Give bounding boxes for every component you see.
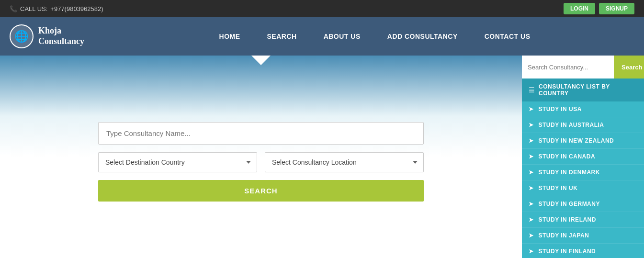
nav-arrow-icon: ➤	[529, 122, 534, 128]
nav-arrow-icon: ➤	[529, 185, 534, 191]
sidebar-item-label: STUDY IN DENMARK	[539, 169, 600, 176]
consultancy-name-input[interactable]	[98, 122, 424, 145]
sidebar: Search ☰ CONSULTANCY LIST BY COUNTRY ➤ST…	[522, 56, 644, 258]
sidebar-item-label: STUDY IN IRELAND	[539, 216, 596, 223]
call-label: CALL US:	[20, 5, 47, 12]
content-area: Select Destination Country Select Consul…	[0, 56, 522, 258]
sidebar-item-label: STUDY IN AUSTRALIA	[539, 122, 604, 128]
sidebar-item[interactable]: ➤STUDY IN CANADA	[522, 149, 644, 165]
sidebar-list: ➤STUDY IN USA➤STUDY IN AUSTRALIA➤STUDY I…	[522, 101, 644, 258]
nav-arrow-icon: ➤	[529, 106, 534, 112]
nav-arrow-icon: ➤	[529, 201, 534, 207]
sidebar-search-button[interactable]: Search	[614, 56, 644, 79]
consultancy-location-select[interactable]: Select Consultancy Location	[265, 152, 424, 172]
sidebar-item[interactable]: ➤STUDY IN USA	[522, 101, 644, 117]
sidebar-item[interactable]: ➤STUDY IN FINLAND	[522, 244, 644, 258]
nav-arrow-icon: ➤	[529, 153, 534, 160]
search-button[interactable]: SEARCH	[98, 180, 424, 202]
sidebar-item-label: STUDY IN CANADA	[539, 153, 596, 160]
sidebar-search-bar: Search	[522, 56, 644, 79]
search-section: Select Destination Country Select Consul…	[98, 122, 424, 202]
menu-icon: ☰	[529, 86, 535, 94]
sidebar-item[interactable]: ➤STUDY IN DENMARK	[522, 165, 644, 180]
nav-arrow-icon: ➤	[529, 232, 534, 239]
nav-contact[interactable]: CONTACT US	[471, 17, 544, 56]
nav-search[interactable]: SEARCH	[254, 17, 310, 56]
sidebar-search-input[interactable]	[522, 56, 614, 79]
sidebar-item-label: STUDY IN GERMANY	[539, 201, 600, 207]
sidebar-item[interactable]: ➤STUDY IN UK	[522, 180, 644, 196]
auth-buttons: LOGIN SIGNUP	[564, 3, 634, 14]
sidebar-item-label: STUDY IN UK	[539, 185, 578, 191]
sidebar-item-label: STUDY IN USA	[539, 106, 582, 112]
login-button[interactable]: LOGIN	[564, 3, 595, 14]
nav-arrow-icon: ➤	[529, 216, 534, 223]
sidebar-item-label: STUDY IN JAPAN	[539, 232, 589, 239]
destination-country-select[interactable]: Select Destination Country	[98, 152, 257, 172]
logo-text: Khoja Consultancy	[38, 26, 84, 46]
nav-arrow-icon: ➤	[529, 248, 534, 255]
nav-arrow-icon: ➤	[529, 169, 534, 176]
sidebar-item[interactable]: ➤STUDY IN NEW ZEALAND	[522, 133, 644, 149]
phone-icon: 📞	[10, 5, 17, 12]
phone-info: 📞 CALL US: +977(9803962582)	[10, 5, 103, 12]
sidebar-header-text: CONSULTANCY LIST BY COUNTRY	[539, 83, 637, 97]
nav-links: HOME SEARCH ABOUT US ADD CONSULTANCY CON…	[115, 17, 634, 56]
main-layout: Select Destination Country Select Consul…	[0, 56, 644, 258]
nav-arrow-icon: ➤	[529, 137, 534, 144]
sidebar-item[interactable]: ➤STUDY IN IRELAND	[522, 212, 644, 228]
top-bar: 📞 CALL US: +977(9803962582) LOGIN SIGNUP	[0, 0, 644, 17]
dropdowns-row: Select Destination Country Select Consul…	[98, 152, 424, 172]
toggle-arrow[interactable]	[251, 56, 271, 65]
sidebar-item[interactable]: ➤STUDY IN JAPAN	[522, 228, 644, 244]
sidebar-header: ☰ CONSULTANCY LIST BY COUNTRY	[522, 79, 644, 101]
logo-globe-icon: 🌐	[10, 24, 34, 48]
phone-number: +977(9803962582)	[50, 5, 103, 12]
sidebar-item-label: STUDY IN FINLAND	[539, 248, 596, 255]
nav-home[interactable]: HOME	[206, 17, 254, 56]
sidebar-item[interactable]: ➤STUDY IN AUSTRALIA	[522, 117, 644, 133]
signup-button[interactable]: SIGNUP	[599, 3, 634, 14]
sidebar-item-label: STUDY IN NEW ZEALAND	[539, 137, 614, 144]
nav-about[interactable]: ABOUT US	[310, 17, 374, 56]
nav-add-consultancy[interactable]: ADD CONSULTANCY	[374, 17, 471, 56]
logo: 🌐 Khoja Consultancy	[10, 24, 115, 48]
sidebar-item[interactable]: ➤STUDY IN GERMANY	[522, 196, 644, 212]
navbar: 🌐 Khoja Consultancy HOME SEARCH ABOUT US…	[0, 17, 644, 56]
